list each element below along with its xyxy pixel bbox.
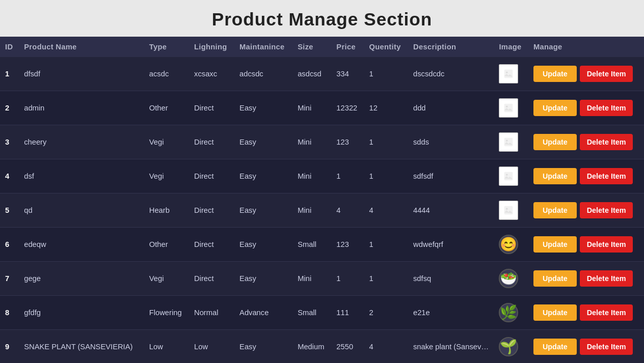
cell-image: 🥗 (494, 262, 528, 296)
cell-description: snake plant (Sansevieria) would certainl… (408, 330, 494, 364)
cell-id: 2 (0, 91, 19, 125)
delete-button[interactable]: Delete Item (580, 339, 633, 355)
cell-type: Other (144, 91, 189, 125)
svg-point-9 (506, 208, 508, 210)
update-button[interactable]: Update (533, 202, 577, 218)
delete-button[interactable]: Delete Item (580, 270, 633, 287)
cell-type: Flowering (144, 296, 189, 330)
update-button[interactable]: Update (533, 270, 577, 287)
col-description: Description (408, 37, 494, 57)
cell-price: 2550 (331, 330, 364, 364)
cell-description: ddd (408, 91, 494, 125)
cell-name: gfdfg (19, 296, 144, 330)
cell-manage: UpdateDelete Item (528, 193, 644, 228)
cell-name: gege (19, 262, 144, 296)
cell-manage: UpdateDelete Item (528, 330, 644, 364)
update-button[interactable]: Update (533, 134, 577, 150)
col-price: Price (331, 37, 364, 57)
update-button[interactable]: Update (533, 339, 577, 355)
cell-lightning: Low (189, 330, 234, 364)
table-header: ID Product Name Type Lighning Maintaninc… (0, 37, 644, 57)
svg-point-3 (506, 105, 508, 107)
cell-name: admin (19, 91, 144, 125)
cell-price: 1 (331, 159, 364, 193)
svg-rect-0 (504, 70, 513, 78)
cell-id: 7 (0, 262, 19, 296)
update-button[interactable]: Update (533, 66, 577, 82)
delete-button[interactable]: Delete Item (580, 304, 633, 321)
cell-quantity: 2 (364, 296, 408, 330)
cell-price: 123 (331, 228, 364, 262)
cell-lightning: Direct (189, 228, 234, 262)
update-button[interactable]: Update (533, 236, 577, 253)
delete-button[interactable]: Delete Item (580, 168, 633, 184)
cell-type: Hearb (144, 193, 189, 228)
delete-button[interactable]: Delete Item (580, 134, 633, 150)
cell-type: acsdc (144, 57, 189, 91)
cell-lightning: Normal (189, 296, 234, 330)
cell-quantity: 1 (364, 57, 408, 91)
cell-type: Low (144, 330, 189, 364)
update-button[interactable]: Update (533, 100, 577, 116)
image-placeholder (499, 132, 518, 152)
cell-lightning: Direct (189, 262, 234, 296)
cell-quantity: 1 (364, 125, 408, 159)
page-title: Product Manage Section (0, 0, 644, 37)
cell-id: 4 (0, 159, 19, 193)
table-row: 4dsfVegiDirectEasyMini11sdfsdfUpdateDele… (0, 159, 644, 193)
cell-image: 🌿 (494, 296, 528, 330)
cell-quantity: 12 (364, 91, 408, 125)
table-row: 5qdHearbDirectEasyMini444444UpdateDelete… (0, 193, 644, 228)
cell-size: Small (292, 296, 331, 330)
cell-quantity: 1 (364, 228, 408, 262)
cell-quantity: 1 (364, 159, 408, 193)
image-placeholder (499, 166, 518, 186)
col-manage: Manage (528, 37, 644, 57)
delete-button[interactable]: Delete Item (580, 66, 633, 82)
cell-id: 5 (0, 193, 19, 228)
image-emoji: 😊 (499, 235, 518, 254)
cell-size: Mini (292, 91, 331, 125)
cell-description: wdwefqrf (408, 228, 494, 262)
svg-rect-2 (504, 104, 513, 113)
table-row: 6edeqwOtherDirectEasySmall1231wdwefqrf😊U… (0, 228, 644, 262)
cell-id: 6 (0, 228, 19, 262)
cell-name: dfsdf (19, 57, 144, 91)
cell-quantity: 4 (364, 193, 408, 228)
col-size: Size (292, 37, 331, 57)
cell-maintenance: Easy (234, 125, 292, 159)
image-emoji: 🌱 (499, 337, 518, 356)
cell-price: 12322 (331, 91, 364, 125)
cell-size: asdcsd (292, 57, 331, 91)
cell-maintenance: Easy (234, 228, 292, 262)
col-image: Image (494, 37, 528, 57)
cell-manage: UpdateDelete Item (528, 262, 644, 296)
delete-button[interactable]: Delete Item (580, 236, 633, 253)
cell-size: Mini (292, 193, 331, 228)
image-placeholder (499, 64, 518, 83)
cell-type: Vegi (144, 159, 189, 193)
cell-id: 1 (0, 57, 19, 91)
table-row: 1dfsdfacsdcxcsaxcadcsdcasdcsd3341dscsdcd… (0, 57, 644, 91)
col-id: ID (0, 37, 19, 57)
cell-image: 🌱 (494, 330, 528, 364)
image-placeholder (499, 201, 518, 220)
update-button[interactable]: Update (533, 168, 577, 184)
cell-description: 4444 (408, 193, 494, 228)
cell-size: Medium (292, 330, 331, 364)
cell-id: 9 (0, 330, 19, 364)
cell-description: e21e (408, 296, 494, 330)
cell-maintenance: Easy (234, 91, 292, 125)
cell-maintenance: Easy (234, 159, 292, 193)
cell-type: Other (144, 228, 189, 262)
update-button[interactable]: Update (533, 304, 577, 321)
cell-size: Mini (292, 159, 331, 193)
cell-manage: UpdateDelete Item (528, 125, 644, 159)
delete-button[interactable]: Delete Item (580, 202, 633, 218)
delete-button[interactable]: Delete Item (580, 100, 633, 116)
cell-lightning: Direct (189, 159, 234, 193)
cell-maintenance: Easy (234, 330, 292, 364)
cell-image (494, 91, 528, 125)
cell-name: SNAKE PLANT (SANSEVIERIA) (19, 330, 144, 364)
table-row: 7gegeVegiDirectEasyMini11sdfsq🥗UpdateDel… (0, 262, 644, 296)
